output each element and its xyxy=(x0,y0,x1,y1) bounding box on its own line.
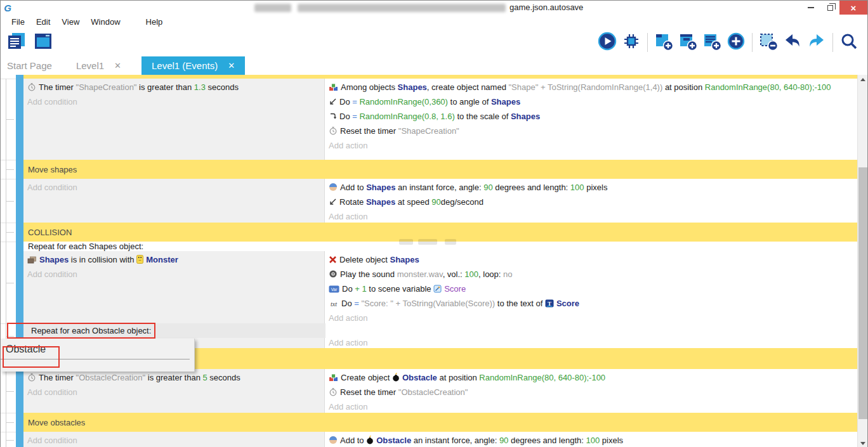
add-comment-button[interactable] xyxy=(701,32,723,53)
close-button[interactable]: × xyxy=(839,1,867,15)
add-action-link[interactable]: Add action xyxy=(325,400,857,413)
object-name: Shapes xyxy=(39,255,69,264)
sound-icon xyxy=(329,269,338,282)
event-instruction[interactable]: txtDo = "Score: " + ToString(Variable(Sc… xyxy=(325,297,857,311)
menu-view[interactable]: View xyxy=(56,16,85,28)
undo-button[interactable] xyxy=(782,32,803,53)
foreach-header-edit-field[interactable]: Repeat for each Obstacle object: xyxy=(23,323,326,338)
add-condition-link[interactable]: Add condition xyxy=(23,385,324,399)
add-circle-button[interactable] xyxy=(725,32,747,53)
add-action-link[interactable]: Add action xyxy=(325,338,857,347)
event-instruction[interactable]: Do = RandomInRange(0.8, 1.6) to the scal… xyxy=(325,110,857,124)
actions-column: Create object Obstacle at position Rando… xyxy=(325,369,857,413)
object-name: Shapes xyxy=(366,197,395,207)
comment-body[interactable]: Move obstacles xyxy=(23,413,857,432)
scene-window-icon xyxy=(33,32,53,53)
add-condition-link[interactable]: Add condition xyxy=(23,181,324,194)
add-action-link[interactable]: Add action xyxy=(325,139,857,152)
instruction-text: to scene variable xyxy=(367,284,434,294)
add-action-link[interactable]: Add action xyxy=(325,311,857,325)
instruction-text: pixels xyxy=(584,183,608,192)
search-button[interactable] xyxy=(838,32,860,53)
event-instruction[interactable]: Shapes is in collision with Monster xyxy=(23,253,324,268)
create-object-icon xyxy=(329,372,338,385)
event-selection-bar[interactable] xyxy=(16,160,23,179)
redo-button[interactable] xyxy=(806,32,827,53)
comment-body[interactable]: Move shapes xyxy=(23,160,857,179)
event-selection-bar[interactable] xyxy=(16,79,23,160)
add-action-link[interactable]: Add action xyxy=(325,210,857,223)
menu-edit[interactable]: Edit xyxy=(30,16,56,28)
scene-window-button[interactable] xyxy=(32,32,54,53)
autocomplete-option-obstacle[interactable]: Obstacle xyxy=(1,339,190,360)
event-selection-bar[interactable] xyxy=(16,369,23,413)
remove-event-button[interactable] xyxy=(758,32,779,53)
menu-file[interactable]: File xyxy=(6,16,30,28)
number-param: 90 xyxy=(499,436,508,445)
string-param: "ShapeCreation" xyxy=(398,126,459,136)
add-condition-link[interactable]: Add condition xyxy=(23,95,324,108)
tab-close-icon[interactable]: ✕ xyxy=(228,61,235,70)
play-button[interactable] xyxy=(596,32,618,53)
scrollbar-thumb[interactable] xyxy=(858,167,867,419)
event-instruction[interactable]: The timer "ObstacleCreation" is greater … xyxy=(23,371,324,385)
event-selection-bar[interactable] xyxy=(16,413,23,432)
event-instruction[interactable]: Reset the timer "ObstacleCreation" xyxy=(325,385,857,400)
event-instruction[interactable]: The timer "ShapeCreation" is greater tha… xyxy=(23,81,324,95)
toolbar-separator xyxy=(647,33,648,52)
event-instruction[interactable]: Do = RandomInRange(0,360) to angle of Sh… xyxy=(325,95,857,110)
event-instruction[interactable]: Create object Obstacle at position Rando… xyxy=(325,371,857,385)
event-instruction[interactable]: Rotate Shapes at speed 90deg/second xyxy=(325,195,857,210)
project-manager-button[interactable] xyxy=(6,32,27,53)
event-instruction[interactable]: VarDo + 1 to scene variable Score xyxy=(325,282,857,297)
force-icon xyxy=(329,182,338,195)
comment-body[interactable]: COLLISION xyxy=(23,223,857,242)
instruction-text: Delete object xyxy=(339,255,390,264)
add-subevent-button[interactable] xyxy=(677,32,699,53)
vertical-scrollbar[interactable] xyxy=(857,75,867,447)
event-instruction[interactable]: Add to Obstacle an instant force, angle:… xyxy=(325,434,857,447)
instruction-text: degrees and length: xyxy=(493,183,570,192)
instruction-text: , loop: xyxy=(478,269,503,279)
svg-text:T: T xyxy=(548,301,551,307)
tab-level1-events[interactable]: Level1 (Events)✕ xyxy=(141,56,245,75)
event-selection-bar[interactable] xyxy=(16,432,23,447)
instruction-text: deg/second xyxy=(441,197,483,207)
debug-button[interactable] xyxy=(621,32,642,53)
string-param: no xyxy=(503,269,512,279)
event-tree-gutter xyxy=(1,432,16,447)
number-param: + 1 xyxy=(355,284,366,294)
tab-level1[interactable]: Level1✕ xyxy=(67,56,130,75)
scroll-down-button[interactable] xyxy=(858,439,867,447)
svg-text:txt: txt xyxy=(331,301,337,308)
instruction-text: Add to xyxy=(340,183,366,192)
minimize-button[interactable] xyxy=(801,1,820,15)
obstacle-thumbnail-icon xyxy=(366,435,374,447)
tab-close-icon[interactable]: ✕ xyxy=(114,61,121,70)
redo-icon xyxy=(807,32,826,53)
tab-start-page[interactable]: Start Page xyxy=(1,56,61,75)
instruction-text: , vol.: xyxy=(443,269,465,279)
event-selection-bar[interactable] xyxy=(16,242,23,323)
event-instruction[interactable]: Add to Shapes an instant force, angle: 9… xyxy=(325,181,857,195)
event-instruction[interactable]: Reset the timer "ShapeCreation" xyxy=(325,124,857,139)
number-param: RandomInRange(0.8, 1.6) xyxy=(359,112,454,121)
add-condition-link[interactable]: Add condition xyxy=(23,434,324,447)
event-instruction[interactable]: Play the sound monster.wav, vol.: 100, l… xyxy=(325,268,857,282)
foreach-header[interactable]: Repeat for each Shapes object: xyxy=(23,242,857,251)
foreach-header[interactable]: Repeat for each Obstacle object: xyxy=(23,323,857,338)
event-instruction[interactable]: Delete object Shapes xyxy=(325,253,857,268)
add-condition-link[interactable]: Add condition xyxy=(23,268,324,281)
instruction-text: at position xyxy=(662,82,705,92)
event-selection-bar[interactable] xyxy=(16,223,23,242)
event-selection-bar[interactable] xyxy=(16,179,23,223)
menu-window[interactable]: Window xyxy=(85,16,126,28)
add-event-button[interactable] xyxy=(653,32,674,53)
instruction-text: Do xyxy=(342,284,355,294)
menu-help[interactable]: Help xyxy=(140,16,169,28)
add-circle-icon xyxy=(727,32,746,53)
scroll-up-button[interactable] xyxy=(858,75,867,84)
event-instruction[interactable]: Among objects Shapes, create object name… xyxy=(325,81,857,95)
event-tree-line xyxy=(6,79,6,447)
restore-button[interactable] xyxy=(820,1,839,15)
